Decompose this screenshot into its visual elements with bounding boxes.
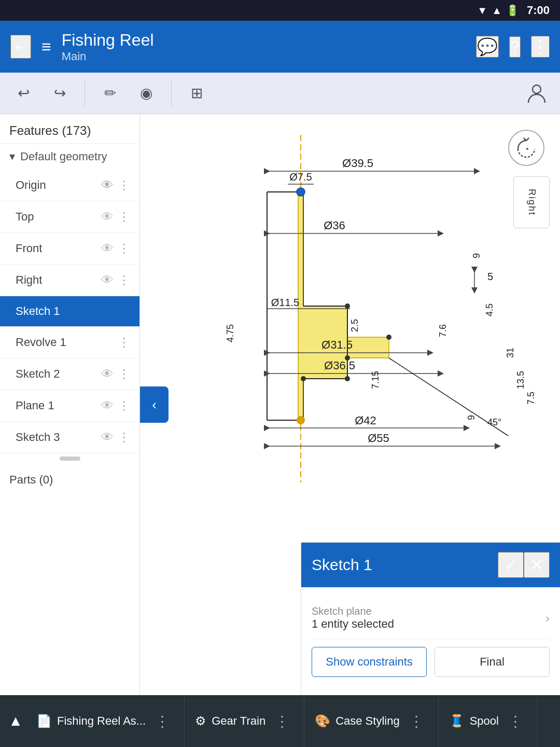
- eye-off-icon-plane1[interactable]: 👁: [101, 398, 114, 413]
- topbar: ← ≡ Fishing Reel Main 💬 ? ⋮: [0, 21, 560, 73]
- sidebar-item-origin[interactable]: Origin 👁 ⋮: [0, 170, 139, 201]
- sketch-panel-title: Sketch 1: [312, 556, 498, 574]
- help-button[interactable]: ?: [509, 36, 521, 58]
- tab-more-4[interactable]: ⋮: [504, 713, 527, 730]
- sidebar-item-top[interactable]: Top 👁 ⋮: [0, 201, 139, 233]
- more-button[interactable]: ⋮: [531, 36, 550, 58]
- default-geometry-section[interactable]: ▾ Default geometry: [0, 144, 139, 170]
- more-icon-front[interactable]: ⋮: [118, 241, 130, 256]
- bottom-tabs: ▲ 📄 Fishing Reel As... ⋮ ⚙ Gear Train ⋮ …: [0, 695, 560, 747]
- features-header: Features (173): [0, 114, 139, 144]
- svg-text:5: 5: [487, 271, 493, 282]
- tab-more-3[interactable]: ⋮: [405, 713, 428, 730]
- more-icon-sketch2[interactable]: ⋮: [118, 367, 130, 381]
- section-label: Default geometry: [20, 150, 107, 163]
- dimensions-button[interactable]: ⊞: [181, 78, 212, 109]
- revolve1-label: Revolve 1: [16, 336, 118, 349]
- canvas-area: ‹ Right: [140, 114, 560, 695]
- svg-text:7.6: 7.6: [438, 324, 448, 337]
- tab-more-2[interactable]: ⋮: [271, 713, 293, 730]
- tab-label-3: Case Styling: [335, 714, 400, 728]
- eye-icon-origin[interactable]: 👁: [101, 178, 114, 192]
- tab-spool[interactable]: 🧵 Spool ⋮: [439, 695, 538, 747]
- more-icon-revolve1[interactable]: ⋮: [118, 335, 130, 350]
- sidebar-item-sketch2[interactable]: Sketch 2 👁 ⋮: [0, 358, 139, 390]
- more-icon-sketch3[interactable]: ⋮: [118, 430, 130, 445]
- sketch-plane-value: 1 entity selected: [312, 617, 545, 631]
- tab-case-styling[interactable]: 🎨 Case Styling ⋮: [304, 695, 439, 747]
- svg-point-42: [297, 417, 304, 424]
- project-icon: ≡: [41, 37, 51, 57]
- sidebar-item-revolve1[interactable]: Revolve 1 ⋮: [0, 327, 139, 358]
- svg-text:Ø31.5: Ø31.5: [321, 338, 353, 351]
- sidebar-item-plane1[interactable]: Plane 1 👁 ⋮: [0, 390, 139, 422]
- undo-button[interactable]: ↩: [8, 78, 39, 109]
- tab-label-4: Spool: [470, 714, 499, 728]
- app-subtitle: Main: [62, 50, 466, 63]
- status-bar: ▼ ▲ 🔋 7:00: [0, 0, 560, 21]
- tabs-up-button[interactable]: ▲: [0, 713, 26, 729]
- battery-icon: 🔋: [506, 4, 519, 17]
- svg-text:4.75: 4.75: [225, 324, 235, 342]
- more-icon-origin[interactable]: ⋮: [118, 178, 130, 192]
- sketch1-label: Sketch 1: [16, 305, 130, 318]
- svg-point-0: [533, 85, 541, 93]
- sketch-plane-label-container: Sketch plane 1 entity selected: [312, 605, 545, 631]
- tab-more-1[interactable]: ⋮: [151, 713, 174, 730]
- svg-text:13.5: 13.5: [515, 371, 526, 389]
- close-sketch-button[interactable]: ✕: [524, 552, 550, 578]
- sketch-panel-header: Sketch 1 ✓ ✕: [301, 543, 560, 587]
- pencil-button[interactable]: ✏: [94, 78, 125, 109]
- more-icon-right[interactable]: ⋮: [118, 273, 130, 287]
- tab-fishing-reel[interactable]: 📄 Fishing Reel As... ⋮: [26, 695, 185, 747]
- sidebar-item-front[interactable]: Front 👁 ⋮: [0, 233, 139, 265]
- sidebar: Features (173) ▾ Default geometry Origin…: [0, 114, 140, 695]
- toolbar-separator: [85, 80, 85, 106]
- sidebar-item-right[interactable]: Right 👁 ⋮: [0, 265, 139, 296]
- svg-text:2.5: 2.5: [349, 319, 360, 332]
- svg-text:31: 31: [505, 348, 515, 358]
- topbar-title: Fishing Reel Main: [62, 31, 466, 63]
- eye-off-icon-top[interactable]: 👁: [101, 210, 114, 224]
- chevron-left-icon: ‹: [152, 397, 157, 413]
- top-label: Top: [16, 210, 101, 224]
- globe-button[interactable]: ◉: [131, 78, 162, 109]
- toolbar-right: [521, 78, 552, 109]
- confirm-button[interactable]: ✓: [498, 552, 524, 578]
- svg-text:Ø55: Ø55: [368, 432, 389, 445]
- svg-text:Ø7.5: Ø7.5: [289, 171, 312, 183]
- plane1-label: Plane 1: [16, 399, 101, 412]
- show-constraints-button[interactable]: Show constraints: [312, 647, 427, 677]
- status-icons: ▼ ▲ 🔋: [477, 4, 519, 17]
- toolbar-separator-2: [171, 80, 172, 106]
- svg-text:Ø39.5: Ø39.5: [342, 157, 373, 170]
- back-button[interactable]: ←: [10, 35, 31, 59]
- redo-button[interactable]: ↪: [44, 78, 75, 109]
- svg-text:7.15: 7.15: [370, 371, 381, 389]
- front-label: Front: [16, 242, 101, 255]
- eye-off-icon-sketch3[interactable]: 👁: [101, 430, 114, 445]
- sidebar-item-sketch1[interactable]: Sketch 1: [0, 296, 139, 327]
- tab-label-1: Fishing Reel As...: [57, 714, 146, 728]
- sketch-plane-row[interactable]: Sketch plane 1 entity selected ›: [312, 598, 550, 639]
- comments-button[interactable]: 💬: [476, 36, 499, 58]
- svg-point-40: [301, 376, 306, 381]
- tab-doc-icon-4: 🧵: [449, 714, 465, 728]
- more-icon-top[interactable]: ⋮: [118, 210, 130, 224]
- tab-gear-train[interactable]: ⚙ Gear Train ⋮: [185, 695, 304, 747]
- sidebar-item-sketch3[interactable]: Sketch 3 👁 ⋮: [0, 422, 139, 453]
- svg-point-38: [345, 355, 350, 361]
- topbar-actions: 💬 ? ⋮: [476, 36, 550, 58]
- svg-text:9: 9: [471, 253, 482, 258]
- final-button[interactable]: Final: [435, 647, 550, 677]
- eye-off-icon-right[interactable]: 👁: [101, 273, 114, 287]
- svg-text:45°: 45°: [487, 417, 501, 427]
- collapse-sidebar-button[interactable]: ‹: [140, 386, 169, 423]
- eye-off-icon-front[interactable]: 👁: [101, 241, 114, 256]
- toolbar: ↩ ↪ ✏ ◉ ⊞: [0, 73, 560, 114]
- tab-doc-icon-3: 🎨: [315, 714, 330, 728]
- eye-off-icon-sketch2[interactable]: 👁: [101, 367, 114, 381]
- more-icon-plane1[interactable]: ⋮: [118, 398, 130, 413]
- wifi-icon: ▼: [477, 5, 487, 17]
- sketch-plane-title: Sketch plane: [312, 605, 545, 617]
